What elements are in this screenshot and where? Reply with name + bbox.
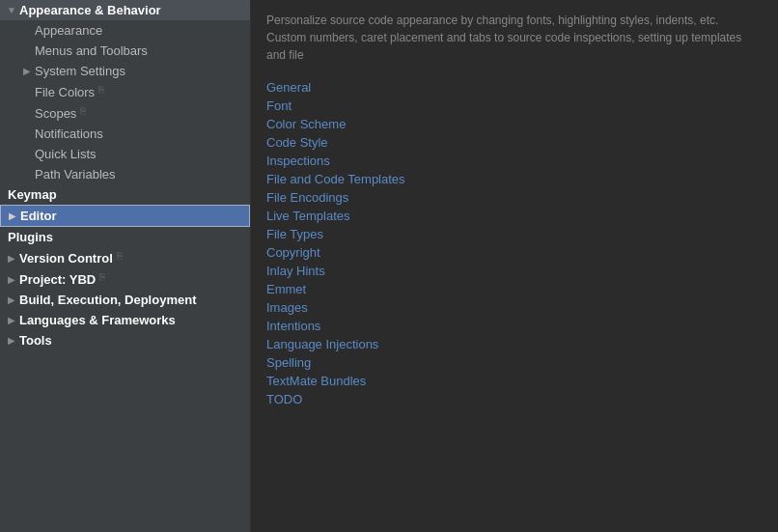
sidebar-item-project-ybd[interactable]: ▶ Project: YBD ⎘: [0, 268, 250, 290]
sidebar-item-label: Keymap: [8, 187, 57, 202]
main-content: Personalize source code appearance by ch…: [251, 0, 778, 532]
arrow-icon: ▶: [4, 253, 19, 264]
sidebar-item-label: Build, Execution, Deployment: [19, 293, 196, 307]
link-code-style[interactable]: Code Style: [266, 134, 763, 151]
sidebar-item-label: System Settings: [35, 64, 125, 78]
arrow-icon: ▶: [5, 210, 20, 221]
sidebar-item-notifications[interactable]: Notifications: [0, 124, 250, 144]
sidebar-item-file-colors[interactable]: File Colors ⎘: [0, 81, 250, 102]
sidebar-item-system-settings[interactable]: ▶ System Settings: [0, 61, 250, 81]
copy-icon: ⎘: [99, 271, 115, 287]
link-language-injections[interactable]: Language Injections: [266, 336, 763, 352]
content-description: Personalize source code appearance by ch…: [266, 12, 749, 64]
copy-icon: ⎘: [117, 250, 132, 266]
link-general[interactable]: General: [266, 79, 763, 96]
sidebar-item-label: Scopes: [35, 106, 76, 121]
arrow-icon: ▶: [4, 294, 19, 305]
sidebar-item-label: Menus and Toolbars: [35, 43, 148, 58]
link-copyright[interactable]: Copyright: [266, 244, 763, 261]
sidebar-item-tools[interactable]: ▶ Tools: [0, 330, 250, 350]
sidebar-item-keymap[interactable]: Keymap: [0, 184, 250, 205]
link-textmate-bundles[interactable]: TextMate Bundles: [266, 373, 763, 389]
link-emmet[interactable]: Emmet: [266, 281, 763, 297]
sidebar-item-label: Appearance & Behavior: [19, 3, 161, 17]
link-images[interactable]: Images: [266, 299, 763, 316]
sidebar-item-editor[interactable]: ▶ Editor: [0, 205, 250, 227]
sidebar-item-label: Editor: [20, 209, 57, 223]
link-inspections[interactable]: Inspections: [266, 153, 763, 169]
sidebar-item-label: Appearance: [35, 23, 102, 38]
sidebar-item-label: Path Variables: [35, 167, 116, 182]
settings-sidebar: ▼ Appearance & Behavior Appearance Menus…: [0, 0, 251, 532]
sidebar-item-label: Languages & Frameworks: [19, 313, 176, 327]
arrow-icon: ▶: [4, 335, 19, 346]
sidebar-item-label: Version Control: [19, 251, 113, 266]
sidebar-item-path-variables[interactable]: Path Variables: [0, 164, 250, 184]
link-todo[interactable]: TODO: [266, 391, 763, 407]
sidebar-item-quick-lists[interactable]: Quick Lists: [0, 144, 250, 164]
arrow-icon: ▶: [4, 315, 19, 325]
link-font[interactable]: Font: [266, 98, 763, 114]
sidebar-item-label: Plugins: [8, 230, 53, 244]
sidebar-item-label: Tools: [19, 333, 52, 348]
sidebar-item-label: Notifications: [35, 126, 103, 141]
sidebar-item-languages-frameworks[interactable]: ▶ Languages & Frameworks: [0, 310, 250, 330]
link-file-and-code-templates[interactable]: File and Code Templates: [266, 171, 763, 187]
editor-link-list: General Font Color Scheme Code Style Ins…: [266, 79, 763, 407]
sidebar-item-version-control[interactable]: ▶ Version Control ⎘: [0, 247, 250, 268]
sidebar-item-label: File Colors: [35, 85, 95, 99]
sidebar-item-plugins[interactable]: Plugins: [0, 227, 250, 247]
sidebar-item-menus-toolbars[interactable]: Menus and Toolbars: [0, 41, 250, 61]
link-file-types[interactable]: File Types: [266, 226, 763, 242]
arrow-icon: ▶: [19, 66, 35, 76]
arrow-icon: ▶: [4, 274, 19, 285]
sidebar-item-appearance-behavior[interactable]: ▼ Appearance & Behavior: [0, 0, 250, 20]
sidebar-item-label: Quick Lists: [35, 147, 97, 161]
copy-icon: ⎘: [98, 84, 114, 99]
sidebar-item-scopes[interactable]: Scopes ⎘: [0, 102, 250, 124]
link-file-encodings[interactable]: File Encodings: [266, 189, 763, 206]
copy-icon: ⎘: [80, 105, 96, 121]
sidebar-item-build-execution[interactable]: ▶ Build, Execution, Deployment: [0, 290, 250, 310]
arrow-icon: ▼: [4, 5, 19, 15]
link-inlay-hints[interactable]: Inlay Hints: [266, 263, 763, 279]
sidebar-item-label: Project: YBD: [19, 272, 96, 287]
sidebar-item-appearance[interactable]: Appearance: [0, 20, 250, 41]
link-color-scheme[interactable]: Color Scheme: [266, 116, 763, 132]
link-live-templates[interactable]: Live Templates: [266, 208, 763, 224]
link-intentions[interactable]: Intentions: [266, 318, 763, 334]
link-spelling[interactable]: Spelling: [266, 354, 763, 371]
